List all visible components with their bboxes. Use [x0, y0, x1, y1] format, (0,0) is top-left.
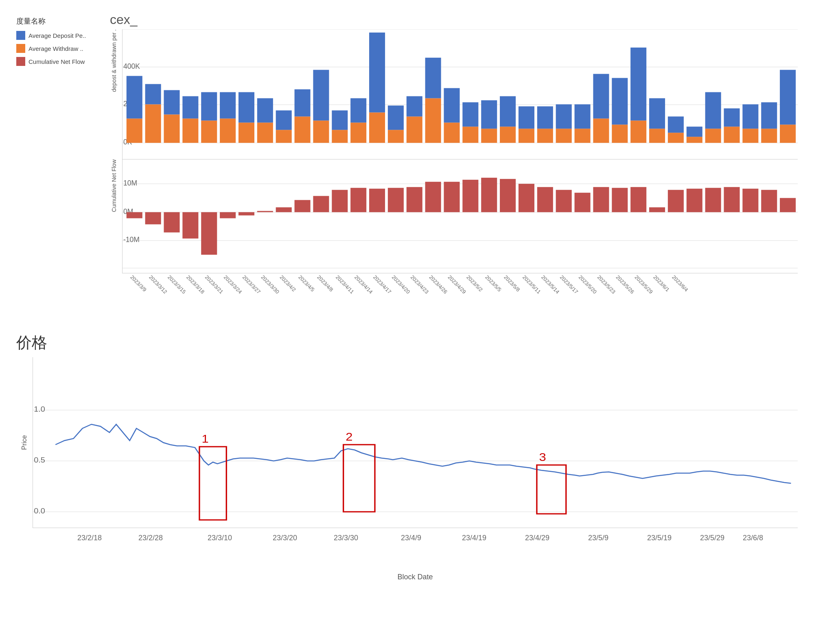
svg-text:2023/4/2: 2023/4/2 [279, 275, 297, 293]
svg-rect-38 [407, 96, 422, 116]
svg-text:23/4/19: 23/4/19 [462, 534, 486, 542]
svg-rect-72 [724, 108, 740, 127]
svg-rect-61 [630, 120, 646, 143]
svg-rect-13 [182, 118, 198, 143]
svg-rect-113 [630, 187, 646, 212]
svg-text:1.0: 1.0 [34, 405, 45, 413]
svg-rect-98 [350, 188, 366, 212]
svg-text:2023/4/26: 2023/4/26 [428, 275, 449, 295]
svg-text:2023/4/8: 2023/4/8 [316, 275, 334, 293]
svg-rect-104 [462, 180, 478, 212]
svg-rect-106 [500, 179, 516, 212]
deposit-bar-svg: 0K 200K 400K [123, 29, 798, 159]
bar-group-16 [425, 58, 441, 143]
svg-rect-108 [537, 187, 553, 212]
svg-rect-86 [127, 212, 142, 218]
legend-label-netflow: Cumulative Net Flow [28, 58, 85, 65]
svg-rect-50 [519, 106, 534, 129]
cumulative-y-label: Cumulative Net Flow [106, 159, 122, 212]
svg-rect-53 [556, 129, 572, 143]
svg-rect-90 [201, 212, 217, 255]
annotation-label-2: 2 [346, 430, 352, 443]
svg-text:23/3/20: 23/3/20 [273, 534, 297, 542]
bar-group-34 [761, 102, 777, 143]
cumulative-chart-inner: 0M 10M -10M [122, 159, 798, 308]
bar-group-12 [350, 98, 366, 143]
svg-text:2023/5/11: 2023/5/11 [521, 275, 542, 295]
svg-text:23/5/19: 23/5/19 [647, 534, 672, 542]
svg-rect-48 [500, 96, 516, 127]
cumulative-chart-wrapper: Cumulative Net Flow 0M 10M -10M [106, 159, 798, 308]
svg-rect-55 [575, 129, 591, 143]
svg-rect-14 [182, 96, 198, 118]
bar-group-3 [182, 96, 198, 143]
svg-rect-68 [687, 127, 702, 137]
svg-text:2023/3/30: 2023/3/30 [260, 275, 280, 295]
top-section: 度量名称 Average Deposit Pe.. Average Withdr… [16, 12, 798, 308]
cex-title: cex_ [106, 12, 798, 27]
bar-group-8 [276, 110, 292, 143]
x-axis-title: Block Date [33, 573, 798, 581]
svg-rect-116 [687, 189, 702, 212]
svg-text:2023/4/23: 2023/4/23 [409, 275, 430, 295]
legend-color-withdraw [16, 44, 25, 53]
legend-label-withdraw: Average Withdraw .. [28, 45, 83, 52]
bar-group-19 [481, 100, 497, 143]
svg-rect-105 [481, 178, 497, 212]
svg-text:2023/5/2: 2023/5/2 [466, 275, 484, 293]
svg-rect-10 [145, 84, 161, 105]
svg-rect-110 [575, 193, 591, 212]
svg-text:2023/4/29: 2023/4/29 [447, 275, 467, 295]
cumulative-bar-chart: 0M 10M -10M [122, 159, 798, 273]
price-chart: 1.0 0.5 0.0 1 2 [33, 357, 798, 528]
chart-area: cex_ depost & withdrawn per . 0K [106, 12, 798, 308]
svg-text:2023/5/14: 2023/5/14 [540, 275, 560, 295]
svg-rect-34 [369, 33, 385, 112]
svg-rect-71 [724, 127, 740, 143]
svg-rect-96 [313, 196, 329, 212]
bar-group-4 [201, 92, 217, 143]
svg-rect-121 [780, 198, 796, 212]
svg-rect-31 [350, 122, 366, 143]
page-container: 度量名称 Average Deposit Pe.. Average Withdr… [8, 8, 806, 585]
svg-rect-59 [612, 124, 628, 143]
svg-text:2023/5/5: 2023/5/5 [484, 275, 502, 293]
bar-group-31 [705, 92, 721, 143]
svg-text:23/3/10: 23/3/10 [208, 534, 232, 542]
svg-text:2023/5/29: 2023/5/29 [634, 275, 654, 295]
price-section: 价格 Price 1.0 0.5 0.0 [16, 332, 798, 581]
svg-text:2023/4/20: 2023/4/20 [391, 275, 411, 295]
price-chart-area: 1.0 0.5 0.0 1 2 [33, 357, 798, 581]
svg-text:23/3/30: 23/3/30 [334, 534, 358, 542]
svg-rect-87 [145, 212, 161, 225]
svg-rect-51 [537, 129, 553, 143]
price-x-axis-svg: 23/2/18 23/2/28 23/3/10 23/3/20 23/3/30 … [33, 530, 798, 550]
svg-rect-67 [687, 137, 702, 143]
svg-rect-9 [145, 104, 161, 143]
bar-group-28 [649, 98, 665, 143]
svg-rect-88 [164, 212, 179, 233]
svg-text:2023/3/18: 2023/3/18 [185, 275, 206, 295]
svg-rect-101 [407, 187, 422, 212]
bar-group-30 [687, 127, 702, 143]
svg-rect-30 [332, 110, 348, 130]
svg-rect-35 [388, 130, 404, 143]
price-title: 价格 [16, 332, 798, 353]
svg-rect-64 [649, 98, 665, 129]
svg-rect-39 [425, 98, 441, 143]
svg-rect-58 [593, 74, 609, 119]
svg-rect-15 [201, 120, 217, 143]
legend-item-2: Cumulative Net Flow [16, 57, 106, 66]
svg-text:2023/4/14: 2023/4/14 [353, 275, 374, 295]
svg-text:2023/4/5: 2023/4/5 [297, 275, 315, 293]
svg-rect-23 [276, 130, 292, 143]
deposit-chart-inner: 0K 200K 400K [122, 29, 798, 159]
svg-rect-74 [742, 104, 758, 129]
svg-rect-94 [276, 207, 292, 212]
annotation-box-3 [537, 465, 566, 514]
svg-text:2023/5/23: 2023/5/23 [596, 275, 617, 295]
bar-group-20 [500, 96, 516, 143]
bar-group-33 [742, 104, 758, 143]
svg-rect-91 [220, 212, 236, 218]
svg-text:2023/4/17: 2023/4/17 [372, 275, 392, 295]
